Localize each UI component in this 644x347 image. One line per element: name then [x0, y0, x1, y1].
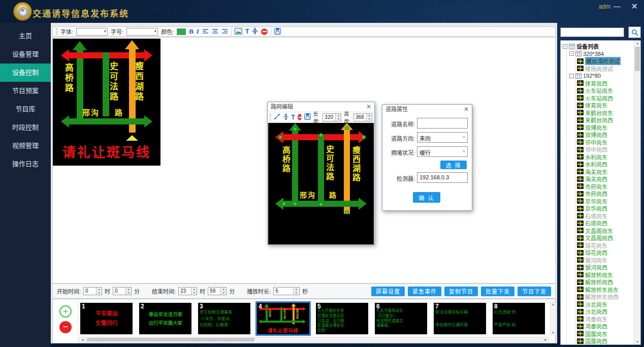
tree-expander[interactable]: -	[563, 44, 567, 49]
device-tree-item[interactable]: 京华岗西	[577, 205, 639, 212]
device-tree-item[interactable]: 文昌阁岗西	[577, 234, 639, 242]
font-size-select[interactable]	[126, 28, 158, 36]
device-tree-item[interactable]: 京华岗东	[577, 198, 639, 205]
sidebar-item-3[interactable]: 节目预案	[0, 82, 51, 100]
action-button-2[interactable]: 复制节目	[444, 287, 478, 296]
device-tree-item[interactable]: 体育岗东	[577, 102, 639, 109]
start-minute-spinner[interactable]: 0▲▼	[113, 287, 132, 295]
edit-handle[interactable]	[319, 202, 323, 206]
device-tree-item[interactable]: 邗中岗东	[577, 139, 639, 146]
props-close-icon[interactable]: ✕	[464, 105, 469, 114]
start-hour-spinner[interactable]: 0▲▼	[83, 287, 102, 295]
road-direction-select[interactable]: 来向˅	[417, 132, 468, 143]
sidebar-item-0[interactable]: 主页	[0, 27, 51, 45]
props-dialog-titlebar[interactable]: 道路属性 ✕	[382, 105, 472, 114]
close-icon[interactable]: ✕	[631, 2, 638, 11]
device-tree-item[interactable]: 螺丝湾桥测试	[577, 57, 639, 65]
end-hour-spinner[interactable]: 23▲▼	[178, 287, 197, 295]
font-select[interactable]	[76, 28, 108, 36]
device-tree-item[interactable]: 海关岗东	[577, 168, 639, 176]
tree-expander[interactable]: -	[569, 51, 574, 56]
select-detector-button[interactable]: 选 择	[440, 161, 467, 169]
device-tree-item[interactable]: 维扬岗测试	[577, 65, 639, 73]
draw-line-icon[interactable]	[274, 113, 280, 121]
playlist-thumbnail-8[interactable]: 8打击改装“炸 严查严处“机	[493, 303, 545, 334]
confirm-button[interactable]: 确 认	[413, 192, 440, 203]
editor-close-icon[interactable]: ✕	[366, 102, 371, 112]
device-tree-item[interactable]: 文昌阁岗东	[577, 227, 639, 235]
end-minute-spinner[interactable]: 59▲▼	[208, 287, 227, 295]
edit-handle[interactable]	[293, 202, 297, 206]
device-tree-item[interactable]: 双博岗东	[577, 124, 639, 132]
bold-button[interactable]: B	[189, 27, 194, 36]
device-tree-item[interactable]: 沙北岗东	[577, 301, 639, 308]
height-spinner[interactable]: 368▲▼	[353, 113, 372, 121]
device-tree-item[interactable]: 鸿泰岗东	[577, 316, 639, 323]
edit-handle[interactable]	[293, 127, 297, 131]
sidebar-item-5[interactable]: 时段控制	[0, 118, 51, 137]
device-name[interactable]: 维扬岗测试	[585, 65, 613, 73]
device-tree-item[interactable]: 国展岗西	[577, 337, 639, 345]
device-tree-item[interactable]: 解放桥东岗东	[577, 286, 639, 294]
color-swatch[interactable]	[177, 28, 186, 35]
action-button-4[interactable]: 节目下发	[518, 287, 551, 296]
editor-text-tool[interactable]: T	[292, 114, 295, 121]
search-button[interactable]	[628, 26, 641, 38]
playlist-thumbnail-6[interactable]: 6扎实开展电动车“百日整治”，有效预防道路交通事故。	[375, 303, 427, 334]
italic-button[interactable]: I	[197, 27, 199, 36]
device-tree-item[interactable]: 解放桥岗东	[577, 271, 639, 279]
scrollbar-thumb[interactable]	[87, 338, 254, 341]
sign-preview[interactable]: 高桥路 史可法路 瘦西湖路 邢沟 路 请礼让斑马线	[53, 39, 160, 166]
edit-handle[interactable]	[282, 202, 286, 206]
align-center-icon[interactable]	[212, 28, 218, 35]
minimize-icon[interactable]: —	[614, 2, 621, 10]
device-tree-item[interactable]: 市府岗东	[577, 183, 639, 191]
device-tree-item[interactable]: 火车站岗西	[577, 94, 639, 102]
editor-canvas[interactable]: 高桥路 史可法路 瘦西湖路 邢沟 路	[268, 123, 374, 244]
device-group-name[interactable]: 320*384	[583, 51, 604, 57]
tree-expander[interactable]: -	[569, 74, 574, 78]
device-group-name[interactable]: 192*80	[583, 73, 601, 79]
playlist-thumbnail-5[interactable]: 5大力开展秋冬季交通安全整治百日会战，全力稳定道路交通安全形势！	[316, 303, 368, 334]
sidebar-item-4[interactable]: 节目库	[0, 100, 51, 118]
device-tree-item[interactable]: 解放桥岗西	[577, 278, 639, 286]
device-tree-item[interactable]: 双博岗西	[577, 131, 639, 139]
scrollbar-thumb[interactable]	[635, 47, 640, 71]
device-tree-item[interactable]: 解放桥东岗西	[577, 293, 639, 301]
device-tree-item[interactable]: 石塔岗东	[577, 212, 639, 220]
sidebar-item-1[interactable]: 设备管理	[0, 45, 51, 64]
action-button-3[interactable]: 批量下发	[481, 287, 514, 296]
device-tree-item[interactable]: 沙北岗西	[577, 308, 639, 316]
device-tree-item[interactable]: 体育岗西	[577, 80, 639, 87]
playlist-thumbnail-3[interactable]: 3发生轻微交通事故“人未伤，车能动,先拍照，后撤离”	[198, 303, 250, 334]
road-network-icon[interactable]	[252, 27, 258, 36]
device-tree-item[interactable]: 银河岗东	[577, 257, 639, 264]
add-program-button[interactable]: +	[59, 305, 72, 318]
action-button-0[interactable]: 屏幕设置	[371, 287, 405, 296]
edit-handle[interactable]	[345, 210, 349, 214]
device-tree-item[interactable]: 海关岗西	[577, 175, 639, 183]
duration-spinner[interactable]: 5▲▼	[273, 287, 300, 295]
playlist-thumbnail-1[interactable]: 1平安春运交警同行	[80, 303, 133, 334]
device-tree-item[interactable]: 水利岗东	[577, 153, 639, 161]
congestion-select[interactable]: 缓行˅	[417, 146, 468, 157]
align-right-icon[interactable]	[221, 28, 228, 35]
device-tree-item[interactable]: 琼花岗东	[577, 242, 639, 249]
edit-handle[interactable]	[362, 135, 366, 139]
length-spinner[interactable]: 320▲▼	[323, 113, 341, 121]
playlist-thumbnail-4[interactable]: 4高桥路史可法路瘦西湖路请礼让斑马线	[257, 303, 309, 334]
playlist-thumbnail-7[interactable]: 7依法治理非标车辆 净化城市交通环境	[434, 303, 486, 334]
device-tree-item[interactable]: 火车站岗东	[577, 87, 639, 94]
editor-delete-icon[interactable]	[298, 114, 302, 120]
edit-handle[interactable]	[345, 126, 349, 130]
detector-input[interactable]: 192.168.0.3	[417, 172, 468, 183]
action-button-1[interactable]: 紧急事件	[408, 287, 441, 296]
device-tree-item[interactable]: 琼花岗西	[577, 249, 639, 257]
device-tree-item[interactable]: 国展岗东	[577, 330, 639, 338]
align-left-icon[interactable]	[202, 28, 209, 35]
device-tree-item[interactable]: 石塔岗西	[577, 219, 639, 227]
text-tool-button[interactable]: T	[245, 28, 249, 35]
device-tree-item[interactable]: 水利岗西	[577, 161, 639, 168]
playlist-thumbnail-2[interactable]: 2春运安全连万家出行平安靠大家	[139, 303, 191, 334]
sidebar-item-7[interactable]: 操作日志	[0, 155, 51, 173]
